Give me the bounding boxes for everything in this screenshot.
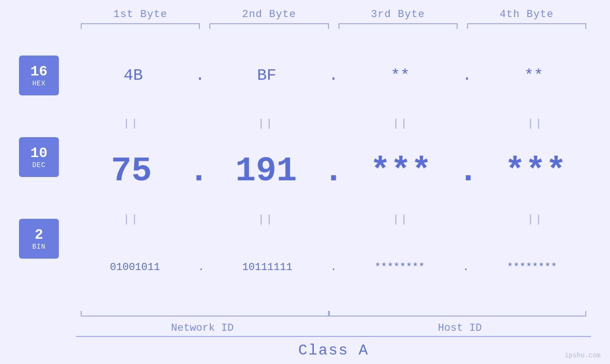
bin-badge-num: 2 [35, 227, 43, 243]
dec-dot1: . [187, 152, 211, 191]
hex-b4: ** [477, 66, 591, 84]
hex-badge-label: HEX [32, 80, 46, 87]
dec-b1: 75 [76, 152, 187, 191]
dec-row: 75 . 191 . *** . *** [76, 131, 591, 212]
byte1-label: 1st Byte [76, 9, 205, 20]
host-id-label: Host ID [329, 322, 591, 334]
eq2-b3: || [346, 214, 457, 225]
eq1-b4: || [480, 118, 591, 130]
hex-dot3: . [458, 66, 477, 84]
bottom-brackets [0, 310, 610, 319]
bin-b4: ******** [473, 261, 591, 273]
eq2-b2: || [211, 214, 322, 225]
hex-b2: BF [209, 66, 324, 84]
byte-labels-row: 1st Byte 2nd Byte 3rd Byte 4th Byte [0, 0, 610, 20]
dec-badge-num: 10 [30, 146, 47, 161]
eq1-b3: || [346, 118, 457, 130]
network-id-bracket [76, 310, 329, 317]
labels-row: Network ID Host ID [0, 322, 610, 334]
dec-b4: *** [480, 152, 591, 191]
hex-b3: ** [343, 66, 458, 84]
dec-badge: 10 DEC [19, 137, 59, 177]
byte3-label: 3rd Byte [334, 9, 462, 20]
dec-dot2: . [322, 152, 346, 191]
hex-badge: 16 HEX [19, 56, 59, 95]
byte4-label: 4th Byte [462, 9, 591, 20]
main-container: 1st Byte 2nd Byte 3rd Byte 4th Byte 16 H… [0, 0, 610, 364]
watermark: ipshu.com [564, 352, 601, 359]
bin-b3: ******** [341, 261, 459, 273]
hex-dot1: . [190, 66, 209, 84]
bin-dot2: . [327, 261, 341, 273]
eq1-b1: || [76, 118, 187, 130]
dec-dot3: . [456, 152, 480, 191]
bin-badge-label: BIN [32, 243, 46, 251]
host-id-bracket [329, 310, 591, 317]
badges-column: 16 HEX 10 DEC 2 BIN [19, 35, 76, 308]
bin-badge: 2 BIN [19, 219, 59, 259]
dec-b2: 191 [211, 152, 322, 191]
hex-b1: 4B [76, 66, 190, 84]
bracket-b1 [81, 23, 200, 30]
class-area: Class A [76, 336, 591, 364]
equals-row-2: || || || || [76, 212, 591, 226]
hex-badge-num: 16 [30, 64, 47, 80]
bin-b1: 01001011 [76, 261, 194, 273]
main-content: 16 HEX 10 DEC 2 BIN 4B . BF . ** . ** [0, 35, 610, 308]
bracket-b4 [467, 23, 586, 30]
network-id-label: Network ID [76, 322, 329, 334]
dec-badge-label: DEC [32, 161, 46, 169]
eq1-b2: || [211, 118, 322, 130]
bin-dot1: . [194, 261, 208, 273]
top-brackets [0, 23, 610, 30]
byte2-label: 2nd Byte [205, 9, 333, 20]
bytes-grid: 4B . BF . ** . ** || || || || 75 [76, 35, 591, 308]
bin-row: 01001011 . 10111111 . ******** . *******… [76, 226, 591, 308]
bracket-b2 [209, 23, 328, 30]
eq2-b4: || [480, 214, 591, 225]
equals-row-1: || || || || [76, 116, 591, 131]
bin-dot3: . [459, 261, 473, 273]
bracket-b3 [338, 23, 458, 30]
bin-b2: 10111111 [208, 261, 327, 273]
eq2-b1: || [76, 214, 187, 225]
hex-row: 4B . BF . ** . ** [76, 35, 591, 116]
dec-b3: *** [346, 152, 457, 191]
hex-dot2: . [324, 66, 343, 84]
class-label: Class A [298, 342, 368, 359]
